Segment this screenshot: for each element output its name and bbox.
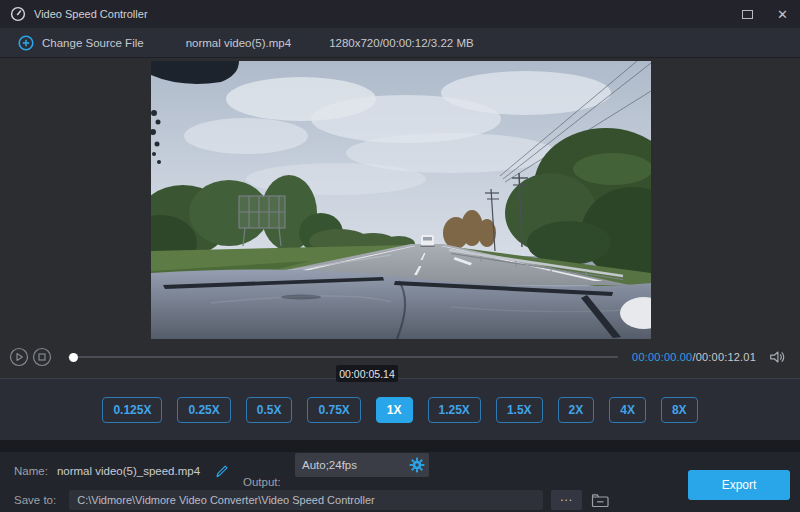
source-file-info: 1280x720/00:00:12/3.22 MB: [329, 37, 474, 49]
stop-button[interactable]: [32, 347, 52, 367]
seek-thumb[interactable]: [69, 353, 78, 362]
output-bar: Name: normal video(5)_speed.mp4 Output: …: [0, 452, 800, 512]
change-source-label: Change Source File: [42, 37, 144, 49]
speed-button-0.5x[interactable]: 0.5X: [246, 397, 293, 423]
speed-button-4x[interactable]: 4X: [609, 397, 646, 423]
player-panel: 00:00:00.00/00:00:12.01 00:00:05.14: [0, 57, 800, 378]
plus-circle-icon: [18, 35, 34, 51]
change-source-file-button[interactable]: Change Source File: [18, 35, 144, 51]
speed-button-1x[interactable]: 1X: [376, 397, 413, 423]
close-button[interactable]: ✕: [777, 8, 788, 21]
speed-options-panel: 0.125X0.25X0.5X0.75X1X1.25X1.5X2X4X8X: [0, 378, 800, 440]
save-to-row: Save to: C:\Vidmore\Vidmore Video Conver…: [14, 490, 610, 510]
gear-icon[interactable]: [409, 457, 425, 475]
speed-button-0.25x[interactable]: 0.25X: [177, 397, 230, 423]
edit-name-button[interactable]: [214, 463, 230, 479]
playback-controls: 00:00:00.00/00:00:12.01: [0, 342, 800, 372]
browse-folder-button[interactable]: ...: [551, 490, 582, 510]
play-button[interactable]: [9, 347, 29, 367]
dashcam-road-scene: [151, 61, 651, 339]
export-button[interactable]: Export: [688, 470, 790, 500]
speed-button-0.75x[interactable]: 0.75X: [307, 397, 360, 423]
window-title: Video Speed Controller: [34, 8, 148, 20]
current-time: 00:00:00.00: [632, 351, 692, 363]
source-toolbar: Change Source File normal video(5).mp4 1…: [0, 28, 800, 57]
open-folder-button[interactable]: [591, 492, 610, 509]
section-divider: [0, 440, 800, 452]
save-path-field[interactable]: C:\Vidmore\Vidmore Video Converter\Video…: [69, 490, 543, 510]
maximize-button[interactable]: [742, 10, 753, 19]
video-speed-controller-window: Video Speed Controller ✕ Change Source F…: [0, 0, 800, 512]
output-label: Output:: [243, 476, 281, 488]
seek-slider[interactable]: [68, 350, 618, 364]
time-display: 00:00:00.00/00:00:12.01: [632, 351, 756, 363]
video-preview: [151, 61, 651, 339]
speed-button-0.125x[interactable]: 0.125X: [102, 397, 162, 423]
playhead-time-tooltip: 00:00:05.14: [336, 365, 398, 382]
name-row: Name: normal video(5)_speed.mp4: [14, 458, 230, 484]
speed-button-2x[interactable]: 2X: [558, 397, 595, 423]
speed-button-1.5x[interactable]: 1.5X: [496, 397, 543, 423]
name-label: Name:: [14, 465, 48, 477]
speed-button-8x[interactable]: 8X: [661, 397, 698, 423]
volume-button[interactable]: [768, 348, 786, 366]
seek-track[interactable]: [68, 356, 618, 358]
output-filename: normal video(5)_speed.mp4: [57, 465, 200, 477]
output-format-value: Auto;24fps: [302, 459, 357, 471]
speed-button-1.25x[interactable]: 1.25X: [428, 397, 481, 423]
save-to-label: Save to:: [14, 494, 56, 506]
titlebar: Video Speed Controller ✕: [0, 0, 800, 28]
total-time: 00:00:12.01: [696, 351, 756, 363]
output-format-field[interactable]: Auto;24fps: [295, 453, 429, 477]
source-filename: normal video(5).mp4: [186, 37, 291, 49]
speedometer-icon: [10, 6, 26, 22]
